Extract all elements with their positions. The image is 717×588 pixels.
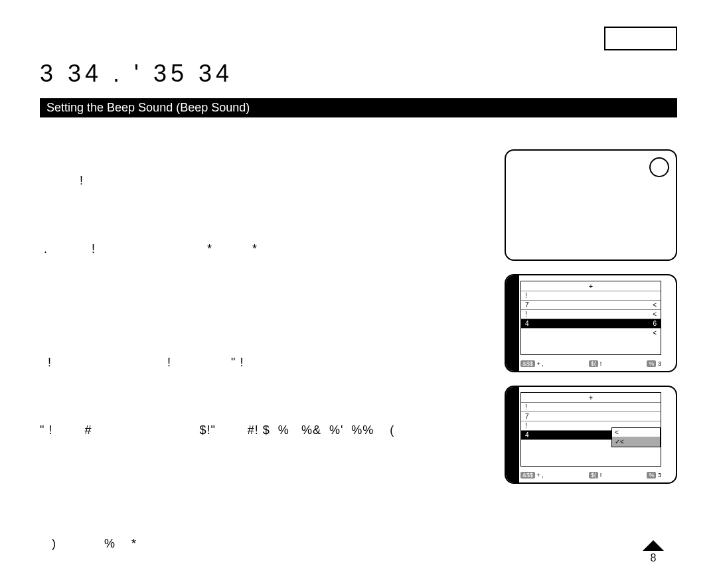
footer-pill: %	[647, 472, 656, 478]
menu-inner: + ! 7< !< 46 <	[520, 281, 661, 355]
footer-text: !	[600, 360, 602, 367]
menu-left-tab	[506, 275, 519, 371]
menu-row-left: 4	[525, 320, 529, 327]
footer-text: 3	[658, 360, 661, 367]
menu-row: 7	[521, 411, 661, 421]
menu-row-selected: 46	[521, 319, 661, 328]
language-box	[604, 27, 677, 50]
footer-pill: %	[647, 360, 656, 367]
page-triangle-icon	[643, 540, 664, 551]
footer-text: + ,	[537, 472, 544, 478]
menu-row-right: <	[653, 301, 657, 309]
menu-panel-4: & + ! 7< !< 46 < &$$ + , $( ! % 3	[505, 274, 677, 372]
footer-pill: &$$	[520, 360, 535, 367]
screen-blank	[505, 149, 677, 261]
menu-row: 7<	[521, 300, 661, 309]
power-button-icon	[649, 157, 669, 177]
menu-row: !	[521, 402, 661, 411]
menu-title: +	[521, 393, 661, 402]
menu-row-left: 7	[525, 301, 529, 309]
footer-text: 3	[658, 472, 661, 478]
menu-row: !<	[521, 309, 661, 319]
menu-row-left: 7	[525, 413, 529, 420]
page: 3 34 . ' 35 34 Setting the Beep Sound (B…	[0, 0, 717, 588]
footer-text: + ,	[537, 360, 544, 367]
menu-inner: + ! 7 ! 4 < ✓<	[520, 392, 661, 467]
menu-row-left: !	[525, 292, 527, 299]
footer-pill: $(	[589, 472, 598, 478]
menu-row-left: !	[525, 311, 527, 318]
submenu-popup: < ✓<	[611, 427, 661, 447]
menu-panel-6: % + ! 7 ! 4 < ✓< &$$ + , $( ! % 3	[505, 386, 677, 484]
menu-row: !	[521, 291, 661, 300]
footer-text: !	[600, 472, 602, 478]
menu-row-left: !	[525, 422, 527, 429]
menu-row-left: !	[525, 404, 527, 411]
chapter-title: 3 34 . ' 35 34	[40, 60, 677, 88]
page-number-marker: 8	[643, 540, 664, 561]
menu-left-tab	[506, 387, 519, 482]
page-number: 8	[643, 552, 664, 564]
menu-row-right: 6	[653, 320, 657, 327]
menu-row: <	[521, 328, 661, 337]
body-line: ) % *	[40, 532, 677, 555]
menu-footer: &$$ + , $( ! % 3	[520, 472, 661, 478]
footer-pill: &$$	[520, 472, 535, 478]
illustration-column: & + ! 7< !< 46 < &$$ + , $( ! % 3 % + !	[505, 149, 677, 484]
menu-title: +	[521, 281, 661, 291]
menu-row-right: <	[653, 329, 657, 336]
menu-row-right: <	[653, 311, 657, 318]
footer-pill: $(	[589, 360, 598, 367]
menu-footer: &$$ + , $( ! % 3	[520, 360, 661, 367]
submenu-row-selected: ✓<	[612, 437, 660, 447]
submenu-row: <	[612, 428, 660, 437]
section-heading-bar: Setting the Beep Sound (Beep Sound)	[40, 98, 677, 117]
menu-row-left: 4	[525, 431, 529, 439]
